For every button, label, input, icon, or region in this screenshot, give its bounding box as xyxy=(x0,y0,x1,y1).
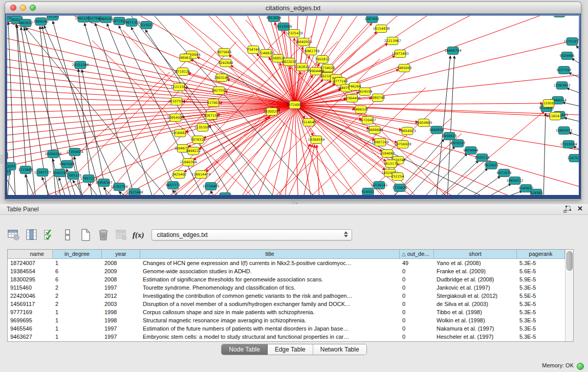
edge[interactable] xyxy=(452,168,488,195)
citation-network-graph[interactable]: 1873395013140355720891401511631065325715… xyxy=(7,16,579,195)
column-header-pagerank[interactable]: pagerank xyxy=(517,250,565,259)
graph-node-label: 5878314 xyxy=(191,138,206,142)
graph-node-label: 252254 xyxy=(391,174,404,179)
edge[interactable] xyxy=(421,154,467,195)
tab-node-table[interactable]: Node Table xyxy=(222,344,268,355)
table-cell: 14569117 xyxy=(8,300,53,308)
table-cell: Stergiakouli et al. (2012) xyxy=(434,292,517,300)
edge[interactable] xyxy=(543,113,546,195)
selected-edge[interactable] xyxy=(295,103,543,105)
graph-node-label: 98961 xyxy=(180,56,191,60)
edge[interactable] xyxy=(576,46,579,49)
side-panel-grip[interactable] xyxy=(0,155,4,163)
table-cell: 5.3E-5 xyxy=(517,308,565,316)
graph-node-label: 7425402 xyxy=(172,172,187,177)
selection-mode-icon[interactable] xyxy=(43,228,56,242)
table-cell: 2008 xyxy=(102,259,140,267)
edge[interactable] xyxy=(437,161,478,195)
table-cell: 18300295 xyxy=(8,275,53,283)
table-mode-icon[interactable] xyxy=(7,228,20,242)
graph-node-label: 19756928 xyxy=(394,142,411,146)
table-cell: 1 xyxy=(53,259,102,267)
table-row[interactable]: 969969511998Structural magnetic resonanc… xyxy=(8,316,565,324)
graph-node[interactable] xyxy=(554,16,565,17)
graph-node-label: 8813054 xyxy=(267,16,281,20)
edge[interactable] xyxy=(406,146,455,195)
table-cell: Changes of HCN gene expression and I(f) … xyxy=(140,259,400,267)
table-row[interactable]: 1830029562008Estimation of significance … xyxy=(8,275,565,283)
column-header-short[interactable]: short xyxy=(434,250,517,259)
table-body: 1872400712008Changes of HCN gene express… xyxy=(8,259,565,341)
graph-node-label: 19654923 xyxy=(399,129,416,133)
table-cell: Investigating the contribution of common… xyxy=(140,292,400,300)
table-row[interactable]: 1938455462009Genome-wide association stu… xyxy=(8,267,565,275)
tab-edge-table[interactable]: Edge Table xyxy=(268,344,313,355)
graph-node-label: 17957223 xyxy=(80,177,97,181)
table-cell: 0 xyxy=(400,283,434,292)
selected-edge[interactable] xyxy=(210,49,359,195)
table-row[interactable]: 2242004622012Investigating the contribut… xyxy=(8,292,565,300)
window-titlebar[interactable]: citations_edges.txt xyxy=(5,2,581,14)
edge[interactable] xyxy=(436,56,450,195)
tab-network-table[interactable]: Network Table xyxy=(313,344,366,355)
table-row[interactable]: 1456911722003Disruption of a novel membe… xyxy=(8,300,565,308)
graph-node-label: 12325419 xyxy=(286,31,302,35)
graph-node-label: 9498222 xyxy=(186,149,201,153)
graph-node-label: 15720407 xyxy=(359,118,376,122)
create-column-icon[interactable] xyxy=(79,228,92,242)
close-panel-icon[interactable]: ✕ xyxy=(577,205,583,212)
table-row[interactable]: 911546021997Tourette syndrome. Phenomeno… xyxy=(8,283,565,292)
table-selector-dropdown[interactable]: citations_edges.txt xyxy=(151,229,352,240)
table-cell: Franke et al. (2009) xyxy=(434,267,517,275)
selected-edge[interactable] xyxy=(295,105,492,195)
scrollbar-thumb[interactable] xyxy=(567,251,573,271)
selected-edge[interactable] xyxy=(338,103,441,195)
graph-node-label: 15751074 xyxy=(563,39,579,43)
selected-edge[interactable] xyxy=(294,38,295,105)
table-row[interactable]: 946554611997Estimation of the future num… xyxy=(8,324,565,333)
memory-status-indicator[interactable] xyxy=(577,363,584,370)
vertical-scrollbar[interactable] xyxy=(565,250,573,341)
graph-node-label: 9777169 xyxy=(333,79,348,83)
column-header-out-de-[interactable]: △out_de... xyxy=(400,250,434,259)
graph-node-label: 924565 xyxy=(530,191,543,195)
edge[interactable] xyxy=(84,23,136,195)
column-header-year[interactable]: year xyxy=(102,250,140,259)
selected-edge[interactable] xyxy=(227,79,295,105)
table-panel: Table Panel ✕ xyxy=(0,204,588,372)
float-panel-icon[interactable] xyxy=(563,206,572,213)
edge[interactable] xyxy=(567,88,579,93)
table-row[interactable]: 1872400712008Changes of HCN gene express… xyxy=(8,259,565,267)
table-cell: 6 xyxy=(53,275,102,283)
network-canvas[interactable]: 1873395013140355720891401511631065325715… xyxy=(7,16,579,195)
selected-edge[interactable] xyxy=(7,72,295,105)
edge[interactable] xyxy=(483,184,511,195)
table-cell: 18724007 xyxy=(8,259,53,267)
delete-column-icon[interactable] xyxy=(97,228,110,242)
rows-icon[interactable] xyxy=(61,228,74,242)
edge[interactable] xyxy=(572,58,579,63)
edge[interactable] xyxy=(569,133,579,136)
table-panel-header: Table Panel ✕ xyxy=(0,204,588,215)
column-header-name[interactable]: name xyxy=(8,250,53,259)
selected-frame-border: 1873395013140355720891401511631065325715… xyxy=(5,14,581,199)
graph-node-label: 1733426 xyxy=(393,186,407,190)
table-cell: 19384554 xyxy=(8,267,53,275)
table-row[interactable]: 977716911998Corpus callosum shape and si… xyxy=(8,308,565,316)
edge[interactable] xyxy=(130,16,276,195)
edge[interactable] xyxy=(564,118,579,121)
edge[interactable] xyxy=(562,102,579,106)
table-row[interactable]: 946362711997Embryonic stem cells: a mode… xyxy=(8,333,565,341)
table-cell: 0 xyxy=(400,316,434,324)
graph-node-label: 9474444 xyxy=(464,148,478,152)
column-header-title[interactable]: title xyxy=(140,250,400,259)
table-cell: Yano et al. (2008) xyxy=(434,259,517,267)
selected-edge[interactable] xyxy=(140,105,295,195)
table-cell: 1 xyxy=(53,308,102,316)
show-columns-icon[interactable] xyxy=(25,228,38,242)
graph-node-label: 1080748 xyxy=(371,96,385,100)
table-tabs: Node TableEdge TableNetwork Table xyxy=(222,344,366,355)
edge[interactable] xyxy=(467,176,500,195)
function-builder-icon[interactable]: f(x) xyxy=(133,231,144,239)
column-header-in-degree[interactable]: in_degree xyxy=(53,250,102,259)
